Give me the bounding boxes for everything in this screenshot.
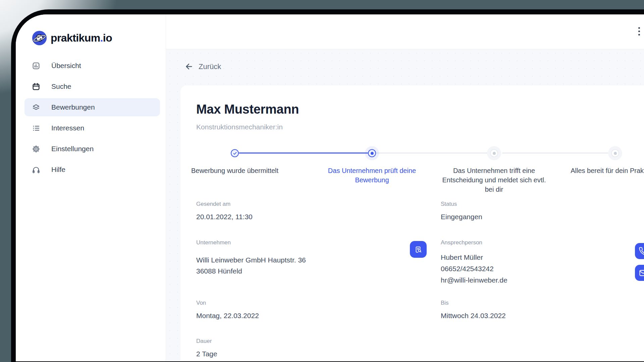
sidebar-item-hilfe[interactable]: Hilfe <box>24 161 160 179</box>
file-search-icon <box>414 245 423 254</box>
stepper-connector-pending <box>502 153 611 154</box>
headphones-icon <box>32 166 40 174</box>
email-button[interactable] <box>635 265 644 281</box>
contact-email: hr@willi-leinweber.de <box>441 275 507 286</box>
sidebar-item-label: Suche <box>51 82 71 90</box>
layers-icon <box>32 103 40 112</box>
app-window: praktikum.io Übersicht Suche <box>16 14 644 361</box>
field-label: Gesendet am <box>196 200 253 208</box>
step-1-label: Bewerbung wurde übermittelt <box>178 166 291 175</box>
step-4-label: Alles bereit für dein Praktikum <box>559 166 644 175</box>
status-value: Eingegangen <box>441 212 482 222</box>
field-unternehmen: Unternehmen Willi Leinweber GmbH Hauptst… <box>196 239 306 277</box>
step-3-label: Das Unternehmen trifft eine Entscheidung… <box>438 166 550 194</box>
field-value: 20.01.2022, 11:30 <box>196 212 253 222</box>
sidebar-item-label: Bewerbungen <box>51 103 95 111</box>
sidebar-item-label: Interessen <box>51 124 84 132</box>
job-title: Konstruktionsmechaniker:in <box>196 123 283 131</box>
brand-wordmark: praktikum.io <box>51 32 112 44</box>
stepper-connector-pending <box>376 153 490 154</box>
back-label: Zurück <box>199 62 221 71</box>
field-ansprechperson: Ansprechperson Hubert Müller 06652/42543… <box>441 239 507 286</box>
field-label: Bis <box>441 299 506 307</box>
sidebar-item-interessen[interactable]: Interessen <box>24 119 160 137</box>
application-card: Max Mustermann Konstruktionsmechaniker:i… <box>180 85 644 361</box>
field-dauer: Dauer 2 Tage <box>196 338 217 359</box>
sidebar-item-label: Übersicht <box>51 62 81 70</box>
main-area: Zurück Max Mustermann Konstruktionsmecha… <box>166 14 644 361</box>
step-2-label: Das Unternehmen prüft deine Bewerbung <box>316 166 428 185</box>
step-4-circle-pending-dot <box>611 149 619 157</box>
field-label: Status <box>441 200 482 208</box>
contact-phone: 06652/42543242 <box>441 263 507 275</box>
mail-icon <box>639 268 644 278</box>
sidebar-item-bewerbungen[interactable]: Bewerbungen <box>24 98 160 116</box>
field-status: Status Eingegangen <box>441 200 482 222</box>
step-3-circle-pending-dot <box>490 149 498 157</box>
step-1-circle-check-icon <box>231 149 239 157</box>
back-button[interactable]: Zurück <box>184 62 221 71</box>
contact-name: Hubert Müller <box>441 252 507 263</box>
field-label: Unternehmen <box>196 239 306 246</box>
company-profile-button[interactable] <box>410 241 427 258</box>
step-2-circle-active-dot <box>368 149 376 157</box>
field-label: Von <box>196 299 259 307</box>
logo[interactable]: praktikum.io <box>32 31 112 46</box>
sidebar-item-uebersicht[interactable]: Übersicht <box>24 57 160 75</box>
sidebar-nav: Übersicht Suche Bewerbungen <box>16 57 166 181</box>
sidebar-item-label: Einstellungen <box>51 145 94 153</box>
company-address: Willi Leinweber GmbH Hauptstr. 36 36088 … <box>196 254 306 277</box>
sidebar-item-label: Hilfe <box>51 166 65 174</box>
arrow-left-icon <box>184 62 194 71</box>
contact-details: Hubert Müller 06652/42543242 hr@willi-le… <box>441 252 507 286</box>
gear-icon <box>32 145 40 153</box>
list-icon <box>32 124 40 132</box>
applicant-name: Max Mustermann <box>196 102 299 117</box>
planet-icon <box>32 31 47 46</box>
top-bar <box>166 14 644 49</box>
field-label: Dauer <box>196 338 217 345</box>
field-von: Von Montag, 22.03.2022 <box>196 299 259 321</box>
content-area: Zurück Max Mustermann Konstruktionsmecha… <box>166 49 644 361</box>
field-value: 2 Tage <box>196 349 217 359</box>
sidebar-item-einstellungen[interactable]: Einstellungen <box>24 140 160 158</box>
bar-chart-icon <box>32 62 40 70</box>
calendar-icon <box>32 82 40 91</box>
sidebar-item-suche[interactable]: Suche <box>24 77 160 96</box>
field-label: Ansprechperson <box>441 239 507 246</box>
stepper-connector-done <box>239 153 368 154</box>
field-bis: Bis Mittwoch 24.03.2022 <box>441 299 506 321</box>
sidebar: praktikum.io Übersicht Suche <box>16 14 166 361</box>
field-value: Montag, 22.03.2022 <box>196 311 259 321</box>
field-gesendet-am: Gesendet am 20.01.2022, 11:30 <box>196 200 253 222</box>
field-value: Mittwoch 24.03.2022 <box>441 311 506 321</box>
call-button[interactable] <box>635 243 644 259</box>
kebab-menu-icon[interactable] <box>636 27 642 36</box>
phone-icon <box>639 247 644 256</box>
